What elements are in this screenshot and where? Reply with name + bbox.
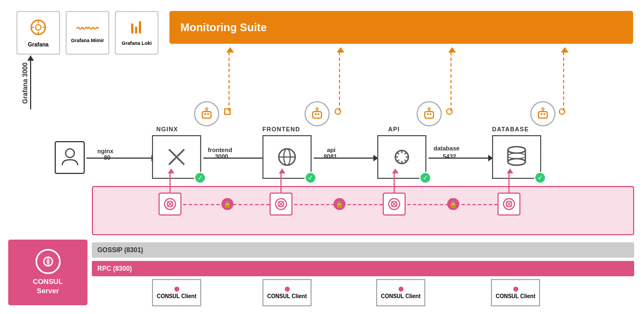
- api-service-label: API: [388, 126, 426, 132]
- nginx-pink-arrow: [169, 173, 171, 194]
- svg-rect-6: [131, 24, 133, 33]
- monitoring-banner: Monitoring Suite: [169, 11, 633, 44]
- nginx-sidecar-icon: [159, 193, 182, 216]
- svg-point-14: [206, 108, 208, 110]
- nginx-arrow-label: nginx: [97, 148, 113, 154]
- api-column: API ✓: [377, 126, 426, 179]
- monitoring-banner-text: Monitoring Suite: [180, 21, 267, 34]
- svg-point-22: [316, 108, 318, 110]
- consul-client-4: CONSUL Client: [491, 279, 540, 306]
- api-to-database-arrow: [429, 158, 489, 159]
- frontend-pink-arrow: [280, 173, 282, 194]
- svg-rect-28: [430, 113, 431, 115]
- api-orange-circle: [446, 108, 453, 115]
- svg-rect-7: [135, 27, 137, 33]
- frontend-arrow-label: frontend: [208, 147, 232, 153]
- consul-client-4-label: CONSUL Client: [496, 293, 536, 299]
- consul-server-label: CONSULServer: [33, 277, 63, 296]
- nginx-port-label: 80: [104, 154, 110, 161]
- frontend-robot-icon: [305, 101, 330, 126]
- grafana-mimir-icon: 〰〰: [77, 23, 98, 36]
- svg-line-16: [177, 149, 184, 156]
- consul-client-3-dot: [399, 287, 403, 292]
- database-orange-circle: [559, 108, 565, 115]
- frontend-service-box: ✓: [262, 135, 312, 179]
- svg-rect-42: [543, 113, 545, 115]
- consul-client-1: CONSUL Client: [152, 279, 201, 306]
- consul-server-icon: [36, 249, 61, 274]
- rpc-bar: RPC (8300): [92, 261, 634, 276]
- consul-client-1-dot: [174, 287, 179, 292]
- nginx-orange-dashed: [229, 52, 230, 111]
- database-column: DATABASE ✓: [492, 126, 541, 179]
- grafana-loki-label: Grafana Loki: [121, 40, 151, 46]
- grafana-arrow-container: [30, 60, 31, 109]
- frontend-orange-circle: [335, 108, 341, 115]
- frontend-column: FRONTEND ✓: [262, 126, 312, 179]
- api-port-label: 8081: [324, 153, 337, 160]
- grafana-mimir-label: Grafana Mimir: [71, 38, 104, 43]
- consul-client-4-dot: [513, 287, 518, 292]
- svg-point-45: [508, 147, 525, 153]
- frontend-orange-dashed: [339, 52, 340, 111]
- frontend-to-api-arrow: [314, 158, 374, 159]
- frontend-check-badge: ✓: [305, 172, 317, 184]
- svg-rect-8: [139, 21, 141, 33]
- nginx-column: NGINX ✓: [152, 126, 201, 179]
- svg-rect-26: [425, 112, 434, 118]
- database-service-label: DATABASE: [492, 126, 541, 132]
- grafana-icon: [30, 19, 47, 39]
- frontend-sidecar-icon: [270, 193, 292, 216]
- grafana-loki-icon: [129, 20, 144, 38]
- database-sidecar-icon: [497, 193, 520, 216]
- svg-rect-12: [207, 113, 209, 115]
- database-check-badge: ✓: [534, 172, 546, 184]
- svg-point-50: [508, 153, 525, 159]
- nginx-robot-icon: [194, 101, 219, 126]
- consul-client-2-dot: [285, 287, 290, 292]
- database-service-box: ✓: [492, 135, 541, 179]
- grafana-box: Grafana: [16, 11, 60, 55]
- svg-line-39: [397, 160, 399, 162]
- nginx-check-badge: ✓: [194, 172, 206, 184]
- grafana-port-label: Grafana 3000: [21, 62, 29, 103]
- frontend-port-label: 3000: [215, 153, 228, 160]
- svg-rect-40: [538, 112, 547, 118]
- consul-client-1-label: CONSUL Client: [157, 293, 197, 299]
- svg-rect-11: [204, 113, 206, 115]
- api-sidecar-icon: [383, 193, 406, 216]
- gossip-bar: GOSSIP (8301): [92, 242, 634, 258]
- nginx-to-frontend-arrow: [203, 158, 264, 159]
- grafana-up-arrow: [30, 60, 31, 109]
- nginx-service-label: NGINX: [156, 126, 201, 132]
- api-robot-icon: [417, 101, 442, 126]
- database-port-label: 5432: [443, 153, 456, 160]
- svg-rect-20: [318, 113, 319, 115]
- lock-icon-2: 🔒: [333, 198, 346, 210]
- svg-point-44: [542, 108, 544, 110]
- rpc-label: RPC (8300): [97, 265, 132, 272]
- database-arrow-label: database: [434, 145, 460, 152]
- svg-point-9: [66, 149, 74, 158]
- consul-client-3: CONSUL Client: [376, 279, 425, 306]
- grafana-mimir-box: 〰〰 Grafana Mimir: [66, 11, 109, 55]
- frontend-service-label: FRONTEND: [262, 126, 312, 132]
- gossip-label: GOSSIP (8301): [97, 246, 143, 254]
- nginx-orange-circle: [224, 108, 231, 115]
- svg-rect-18: [313, 112, 321, 118]
- lock-icon-1: 🔒: [221, 198, 233, 210]
- svg-point-1: [36, 25, 41, 30]
- grafana-loki-box: Grafana Loki: [115, 11, 159, 55]
- svg-rect-19: [315, 113, 317, 115]
- svg-line-17: [169, 158, 176, 165]
- api-arrow-label: api: [327, 147, 336, 153]
- user-to-nginx-arrow: [86, 158, 152, 159]
- api-service-box: ✓: [377, 135, 426, 179]
- diagram: Monitoring Suite Grafana 〰〰 Grafana Mimi…: [0, 0, 644, 314]
- lock-icon-3: 🔒: [447, 198, 459, 210]
- svg-rect-10: [202, 112, 211, 118]
- user-box: [55, 141, 85, 174]
- api-check-badge: ✓: [419, 172, 431, 184]
- svg-line-37: [405, 160, 407, 162]
- consul-client-2-label: CONSUL Client: [267, 293, 307, 299]
